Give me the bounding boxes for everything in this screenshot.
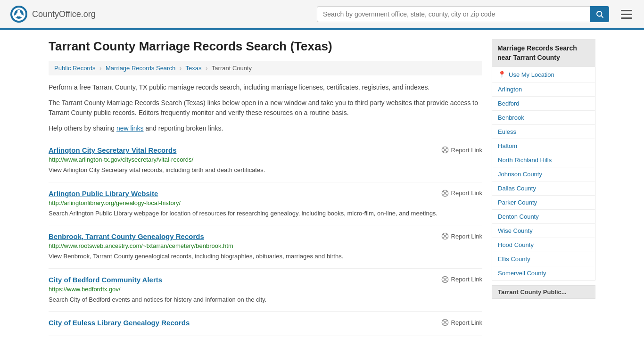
report-icon [441,276,449,283]
logo-icon [9,5,28,24]
description-2: The Tarrant County Marriage Records Sear… [49,98,482,118]
result-item: City of Euless Library Genealogy Records… [49,312,482,336]
report-link-label: Report Link [451,189,482,197]
sidebar-county-link[interactable]: Dallas County [492,181,595,196]
report-link-button[interactable]: Report Link [441,232,482,240]
svg-point-3 [17,10,20,13]
search-area [317,6,609,22]
report-link-label: Report Link [451,147,482,154]
sidebar-county-link[interactable]: Benbrook [492,111,595,125]
report-icon [441,319,449,326]
svg-point-5 [15,15,17,17]
result-description: View Arlington City Secretary vital reco… [49,165,482,175]
description-3: Help others by sharing new links and rep… [49,123,482,133]
breadcrumb-marriage-records[interactable]: Marriage Records Search [106,65,175,72]
report-link-button[interactable]: Report Link [441,146,482,154]
svg-point-6 [597,11,602,16]
sidebar-county-link[interactable]: Euless [492,125,595,139]
sidebar-bottom-partial: Tarrant County Public... [492,285,595,299]
sidebar-county-link[interactable]: Bedford [492,97,595,111]
breadcrumb-texas[interactable]: Texas [186,65,202,72]
sidebar-county-link[interactable]: North Richland Hills [492,153,595,167]
result-url: http://www.arlington-tx.gov/citysecretar… [49,156,482,163]
result-header: Benbrook, Tarrant County Genealogy Recor… [49,232,482,240]
sidebar-county-link[interactable]: Johnson County [492,167,595,181]
svg-point-4 [20,15,23,17]
result-description: Search City of Bedford events and notice… [49,295,482,304]
main-wrapper: Tarrant County Marriage Records Search (… [39,30,605,346]
report-icon [441,146,449,154]
result-title[interactable]: City of Euless Library Genealogy Records [49,319,190,327]
result-item: Benbrook, Tarrant County Genealogy Recor… [49,225,482,269]
breadcrumb-current: Tarrant County [212,65,252,72]
report-link-button[interactable]: Report Link [441,189,482,197]
menu-bar [621,17,632,19]
report-icon [441,189,449,197]
location-pin-icon: 📍 [498,71,506,78]
sidebar-links: ArlingtonBedfordBenbrookEulessHaltomNort… [492,82,595,280]
use-my-location-button[interactable]: 📍 Use My Location [492,67,595,82]
search-button[interactable] [590,6,609,22]
sidebar-county-link[interactable]: Denton County [492,210,595,224]
page-title: Tarrant County Marriage Records Search (… [49,39,482,54]
search-input[interactable] [317,6,609,22]
result-header: City of Euless Library Genealogy Records… [49,319,482,327]
report-link-button[interactable]: Report Link [441,319,482,326]
breadcrumb-separator: › [206,65,207,72]
sidebar-county-link[interactable]: Somervell County [492,266,595,280]
menu-button[interactable] [619,8,635,21]
logo-link[interactable]: CountyOffice.org [9,5,96,24]
result-url: https://www.bedfordtx.gov/ [49,286,482,293]
result-title[interactable]: Benbrook, Tarrant County Genealogy Recor… [49,232,204,240]
sidebar-content: 📍 Use My Location ArlingtonBedfordBenbro… [492,67,595,280]
result-item: Arlington City Secretary Vital Records R… [49,139,482,182]
result-header: City of Bedford Community Alerts Report … [49,276,482,284]
result-title[interactable]: City of Bedford Community Alerts [49,276,162,284]
result-header: Arlington City Secretary Vital Records R… [49,146,482,154]
result-description: View Benbrook, Tarrant County genealogic… [49,252,482,261]
result-item: Arlington Public Library Website Report … [49,182,482,226]
sidebar-county-link[interactable]: Parker County [492,196,595,210]
results-list: Arlington City Secretary Vital Records R… [49,139,482,336]
sidebar-county-link[interactable]: Ellis County [492,252,595,266]
content-area: Tarrant County Marriage Records Search (… [49,39,482,336]
sidebar: Marriage Records Search near Tarrant Cou… [492,39,595,336]
result-header: Arlington Public Library Website Report … [49,189,482,197]
header: CountyOffice.org [0,0,644,30]
report-link-label: Report Link [451,319,482,326]
menu-bar [621,14,632,15]
search-icon [595,10,604,18]
breadcrumb-public-records[interactable]: Public Records [54,65,95,72]
breadcrumb: Public Records › Marriage Records Search… [49,61,482,75]
result-item: City of Bedford Community Alerts Report … [49,269,482,312]
result-description: Search Arlington Public Library webpage … [49,209,482,218]
sidebar-county-link[interactable]: Haltom [492,139,595,153]
menu-bar [621,10,632,11]
svg-line-7 [601,16,603,17]
logo-text: CountyOffice.org [32,9,96,19]
description-1: Perform a free Tarrant County, TX public… [49,82,482,92]
result-title[interactable]: Arlington Public Library Website [49,189,158,197]
new-links-link[interactable]: new links [116,124,144,132]
report-icon [441,232,449,240]
result-title[interactable]: Arlington City Secretary Vital Records [49,146,176,154]
sidebar-county-link[interactable]: Wise County [492,224,595,238]
result-url: http://www.rootsweb.ancestry.com/~txtarr… [49,242,482,249]
breadcrumb-separator: › [180,65,182,72]
sidebar-title: Marriage Records Search near Tarrant Cou… [492,39,595,67]
sidebar-county-link[interactable]: Arlington [492,82,595,97]
result-url: http://arlingtonlibrary.org/genealogy-lo… [49,199,482,206]
sidebar-county-link[interactable]: Hood County [492,238,595,252]
breadcrumb-separator: › [99,65,101,72]
report-link-button[interactable]: Report Link [441,276,482,283]
report-link-label: Report Link [451,276,482,283]
report-link-label: Report Link [451,233,482,240]
